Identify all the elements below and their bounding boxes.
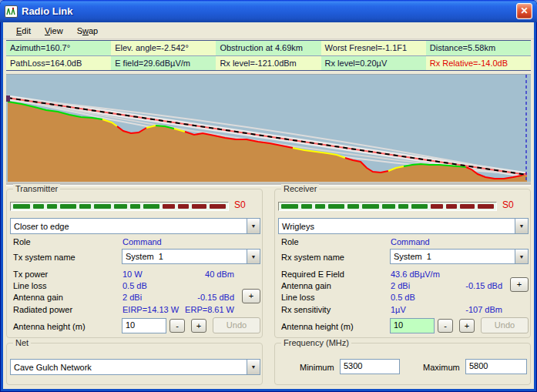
rx-signal-unit-level: S0	[502, 199, 514, 210]
tx-antenna-height-label: Antenna height (m)	[13, 322, 86, 331]
rx-antenna-gain-dbi: 2 dBi	[391, 281, 410, 290]
meter-dash	[47, 204, 58, 209]
rx-antenna-gain-plus-button[interactable]: +	[510, 277, 529, 292]
meter-dash	[446, 204, 457, 209]
rx-required-e-field-label: Required E Field	[281, 270, 344, 279]
chart-bottom-bevel	[6, 182, 531, 186]
tx-power-dbm: 40 dBm	[159, 270, 234, 279]
meter-dash	[178, 204, 189, 209]
radio-link-window: Radio Link ✕ Edit View Swap Azimuth=160.…	[0, 0, 537, 392]
meter-dash	[130, 204, 141, 209]
rx-undo-button[interactable]: Undo	[481, 317, 529, 333]
tx-power-label: Tx power	[13, 270, 48, 279]
rx-role-label: Role	[281, 237, 299, 246]
status-e-field: E field=29.6dBµV/m	[111, 55, 216, 70]
tx-erp-value: ERP=8.61 W	[159, 305, 234, 314]
window-body: Edit View Swap Azimuth=160.7° Elev. angl…	[3, 22, 534, 389]
tx-antenna-height-input[interactable]: 10	[122, 318, 166, 333]
menu-view[interactable]: View	[38, 24, 70, 38]
frequency-max-label: Maximum	[423, 363, 460, 372]
frequency-max-input[interactable]: 5800	[465, 359, 527, 374]
tx-role-value: Command	[123, 237, 162, 246]
meter-dash	[94, 204, 111, 209]
tx-antenna-gain-dbd: -0.15 dBd	[159, 293, 234, 302]
meter-dash	[210, 204, 226, 209]
meter-dash	[192, 204, 206, 209]
rx-sensitivity-dbm: -107 dBm	[428, 305, 502, 314]
rx-height-minus-button[interactable]: -	[438, 319, 453, 333]
tx-line-loss-value: 0.5 dB	[123, 281, 147, 290]
chevron-down-icon[interactable]: ▼	[515, 250, 528, 263]
tx-unit-value: Closer to edge	[11, 222, 247, 231]
rx-antenna-height-input[interactable]: 10	[390, 318, 435, 333]
meter-dash	[328, 204, 344, 209]
net-value: Cave Gulch Network	[11, 363, 247, 372]
meter-dash	[114, 204, 126, 209]
menu-edit[interactable]: Edit	[9, 24, 38, 38]
meter-dash	[398, 204, 409, 209]
rx-signal-meter	[278, 202, 497, 211]
meter-dash	[301, 204, 312, 209]
menu-swap[interactable]: Swap	[70, 24, 106, 38]
tx-undo-button[interactable]: Undo	[213, 317, 260, 333]
meter-dash	[411, 204, 428, 209]
status-worst-fresnel: Worst Fresnel=-1.1F1	[321, 41, 426, 55]
tx-height-plus-button[interactable]: +	[191, 319, 206, 333]
terrain-profile-chart[interactable]	[6, 74, 531, 182]
transmitter-group-label: Transmitter	[13, 184, 60, 193]
rx-unit-select[interactable]: Wrigleys ▼	[278, 218, 529, 234]
meter-dash	[382, 204, 394, 209]
tx-signal-meter	[10, 202, 229, 211]
tx-antenna-gain-plus-button[interactable]: +	[242, 289, 260, 303]
tx-height-minus-button[interactable]: -	[169, 319, 185, 333]
rx-antenna-gain-dbd: -0.15 dBd	[428, 281, 502, 290]
rx-required-e-field-value: 43.6 dBµV/m	[391, 270, 440, 279]
status-row-1: Azimuth=160.7° Elev. angle=-2.542° Obstr…	[6, 41, 531, 55]
rx-sensitivity-label: Rx sensitivity	[281, 305, 331, 314]
rx-antenna-height-label: Antenna height (m)	[281, 322, 354, 331]
rx-antenna-gain-label: Antenna gain	[281, 281, 331, 290]
frequency-min-input[interactable]: 5300	[340, 359, 400, 374]
close-button[interactable]: ✕	[516, 3, 532, 19]
meter-dash	[478, 204, 494, 209]
net-group-label: Net	[13, 338, 31, 347]
frequency-min-label: Minimum	[300, 363, 334, 372]
frequency-panel: Frequency (MHz) Minimum 5300 Maximum 580…	[274, 343, 531, 385]
app-icon	[5, 5, 18, 18]
rx-system-value: System 1	[391, 252, 515, 261]
link-status-table: Azimuth=160.7° Elev. angle=-2.542° Obstr…	[6, 40, 531, 71]
tx-antenna-gain-dbi: 2 dBi	[123, 293, 142, 302]
title-bar: Radio Link ✕	[0, 0, 537, 22]
rx-role-value: Command	[391, 237, 430, 246]
meter-dash	[347, 204, 359, 209]
meter-dash	[163, 204, 175, 209]
meter-dash	[79, 204, 91, 209]
tx-antenna-gain-label: Antenna gain	[13, 293, 63, 302]
status-rx-relative: Rx Relative=-14.0dB	[426, 55, 531, 70]
status-rx-level-dbm: Rx level=-121.0dBm	[216, 55, 321, 70]
tx-line-loss-label: Line loss	[13, 281, 46, 290]
chevron-down-icon[interactable]: ▼	[247, 250, 260, 263]
window-title: Radio Link	[22, 5, 516, 17]
chevron-down-icon[interactable]: ▼	[247, 219, 260, 233]
rx-unit-value: Wrigleys	[279, 222, 515, 231]
receiver-panel: Receiver S0 Wrigleys ▼ Role Command Rx s…	[274, 189, 531, 338]
net-select[interactable]: Cave Gulch Network ▼	[10, 359, 260, 375]
tx-power-watts: 10 W	[123, 270, 143, 279]
tx-system-select[interactable]: System 1 ▼	[122, 249, 260, 264]
meter-dash	[315, 204, 326, 209]
meter-dash	[281, 204, 298, 209]
tx-unit-select[interactable]: Closer to edge ▼	[10, 218, 260, 234]
rx-height-plus-button[interactable]: +	[459, 319, 475, 333]
status-obstruction: Obstruction at 4.69km	[216, 41, 321, 55]
chevron-down-icon[interactable]: ▼	[515, 219, 528, 233]
meter-dash	[33, 204, 44, 209]
rx-system-label: Rx system name	[281, 253, 344, 262]
status-pathloss: PathLoss=164.0dB	[6, 55, 111, 70]
meter-dash	[460, 204, 475, 209]
rx-line-loss-label: Line loss	[281, 293, 314, 302]
transmitter-panel: Transmitter S0 Closer to edge ▼ Role Com…	[6, 189, 263, 338]
net-panel: Net Cave Gulch Network ▼	[6, 343, 263, 385]
rx-system-select[interactable]: System 1 ▼	[390, 249, 529, 264]
chevron-down-icon[interactable]: ▼	[247, 360, 260, 374]
